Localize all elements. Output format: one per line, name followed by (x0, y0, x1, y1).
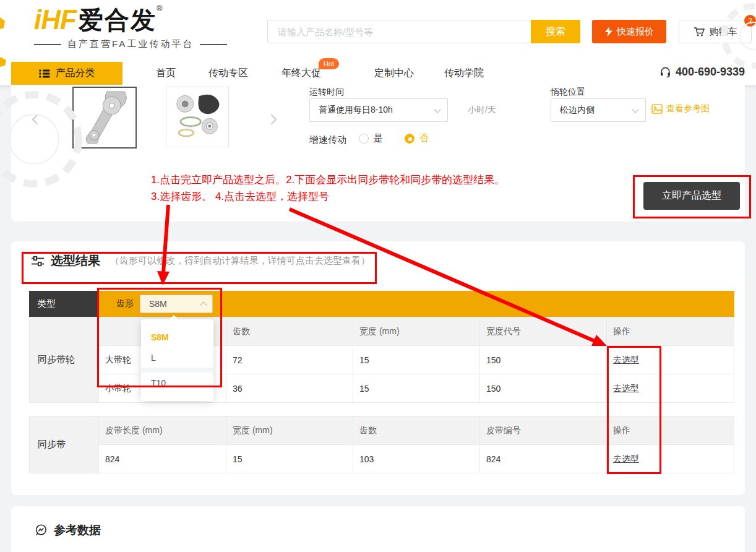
page: iHF 爱合发 ® 自产直营FA工业传动平台 搜索 快速报价 (0, 0, 756, 552)
header: iHF 爱合发 ® 自产直营FA工业传动平台 搜索 快速报价 (0, 0, 756, 62)
start-selection-button[interactable]: 立即产品选型 (643, 182, 740, 210)
nav-item-home[interactable]: 首页 (156, 67, 176, 80)
reference-card: 参考数据 (11, 506, 745, 552)
tooth-profile-select[interactable]: S8M (140, 295, 213, 313)
hot-badge: Hot (319, 58, 339, 69)
nav-item-custom-center[interactable]: 定制中心 (374, 67, 414, 80)
search-input[interactable] (267, 20, 531, 43)
pulley-width-code: 150 (479, 346, 606, 374)
reference-title-row: 参考数据 (34, 522, 101, 538)
speedup-radio-yes[interactable]: 是 (359, 132, 383, 144)
service-phone[interactable]: 400-690-9339 (659, 66, 745, 79)
tagline-text: 自产直营FA工业传动平台 (67, 38, 194, 50)
quick-quote-label: 快速报价 (617, 26, 654, 38)
results-title: 选型结果 (51, 252, 100, 269)
registered-mark: ® (157, 4, 163, 13)
logo[interactable]: iHF 爱合发 ® 自产直营FA工业传动平台 (34, 5, 227, 50)
tooth-label: 齿形 (116, 298, 134, 309)
belt-table: 同步带 皮带长度 (mm) 宽度 (mm) 齿数 皮带编号 操作 824 15 … (29, 416, 734, 473)
logo-name: 爱合发 (79, 5, 157, 35)
sliders-icon (31, 255, 45, 267)
main-nav: 产品分类 首页 传动专区 年终大促 Hot 定制中心 传动学院 400-690-… (0, 62, 756, 85)
speedup-radio-no[interactable]: 否 (405, 132, 429, 144)
header-teeth: 齿数 (353, 416, 479, 444)
annotation-step-3-4: 3.选择齿形。 4.点击去选型，选择型号 (151, 189, 329, 204)
header-teeth: 齿数 (226, 317, 353, 345)
speedup-label: 增速传动 (309, 134, 346, 146)
dropdown-option-t10[interactable]: T10 (141, 373, 213, 393)
go-select-link[interactable]: 去选型 (613, 355, 639, 366)
radio-no-label: 否 (419, 132, 429, 144)
product-thumbnail[interactable] (166, 87, 229, 147)
tooth-profile-bar: 齿形 S8M (99, 291, 734, 317)
headset-icon (659, 66, 671, 78)
carousel-next-button[interactable] (264, 110, 279, 129)
go-select-link[interactable]: 去选型 (613, 454, 639, 465)
radio-unchecked-icon (359, 134, 369, 144)
dropdown-option-l[interactable]: L (141, 347, 213, 368)
type-header: 类型 (29, 291, 99, 317)
search-box: 搜索 (267, 20, 580, 43)
results-header-band: 类型 齿形 S8M (29, 291, 734, 317)
pulley-width: 15 (353, 374, 479, 402)
belt-group-label: 同步带 (30, 416, 99, 473)
product-thumbnail-selected[interactable] (72, 87, 137, 149)
header-length: 皮带长度 (mm) (99, 416, 226, 444)
header-width: 宽度 (mm) (353, 317, 479, 345)
tagline-dash-left (34, 44, 61, 45)
cart-badge: 2 (744, 15, 756, 27)
selector-card: 运转时间 普通使用每日8-10h 小时/天 惰轮位置 松边内侧 查看参考图 增速… (11, 85, 745, 222)
tagline-dash-right (200, 44, 227, 45)
chevron-down-icon (434, 106, 440, 113)
belt-header-row: 皮带长度 (mm) 宽度 (mm) 齿数 皮带编号 操作 (99, 416, 734, 444)
cart-button[interactable]: 购物车 2 (679, 20, 752, 43)
nav-item-academy[interactable]: 传动学院 (444, 67, 484, 80)
quick-quote-button[interactable]: 快速报价 (592, 20, 666, 43)
reference-title: 参考数据 (54, 522, 101, 538)
belt-no: 824 (479, 445, 606, 473)
chevron-up-icon (200, 301, 207, 308)
chevron-right-icon (267, 114, 277, 125)
nav-item-year-end-sale[interactable]: 年终大促 (281, 67, 321, 80)
table-row: 824 15 103 824 去选型 (99, 444, 734, 473)
image-icon (651, 104, 663, 114)
runtime-select[interactable]: 普通使用每日8-10h (309, 98, 448, 122)
dropdown-option-s8m[interactable]: S8M (141, 327, 213, 347)
radio-yes-label: 是 (374, 132, 383, 144)
catalog-label: 产品分类 (56, 67, 95, 80)
logo-brand: iHF (34, 5, 76, 35)
tooth-profile-dropdown: S8M L T10 (141, 319, 213, 401)
results-title-row: 选型结果 （齿形可以修改，得到自动计算结果，详情可点击去选型查看） (31, 252, 370, 269)
results-note: （齿形可以修改，得到自动计算结果，详情可点击去选型查看） (110, 255, 370, 267)
belt-drive-image (77, 91, 132, 144)
idler-value: 松边内侧 (560, 105, 595, 116)
trend-chart-icon (34, 524, 48, 537)
cart-icon (694, 27, 705, 37)
search-button[interactable]: 搜索 (531, 20, 580, 43)
carousel-prev-button[interactable] (30, 110, 45, 129)
cart-label: 购物车 (710, 26, 737, 38)
belt-width: 15 (226, 445, 353, 473)
idler-select[interactable]: 松边内侧 (551, 98, 646, 122)
header-width-code: 宽度代号 (479, 317, 606, 345)
list-icon (39, 69, 50, 78)
annotation-step-1-2: 1.点击完立即产品选型之后。2.下面会显示出同步带轮和同步带的选型结果。 (151, 173, 505, 187)
pulley-width: 15 (353, 346, 479, 374)
nav-catalog-button[interactable]: 产品分类 (11, 62, 122, 85)
logo-tagline: 自产直营FA工业传动平台 (34, 38, 227, 50)
go-select-link[interactable]: 去选型 (613, 383, 639, 394)
runtime-value: 普通使用每日8-10h (319, 105, 393, 116)
lightning-icon (604, 27, 613, 37)
chevron-down-icon (632, 106, 638, 113)
results-card: 选型结果 （齿形可以修改，得到自动计算结果，详情可点击去选型查看） 类型 齿形 … (11, 241, 745, 495)
view-reference-link[interactable]: 查看参考图 (651, 103, 710, 114)
pulley-table: 同步带轮 齿数 宽度 (mm) 宽度代号 操作 大带轮 72 15 150 去选… (29, 317, 734, 403)
pulley-teeth: 36 (226, 374, 353, 402)
idler-label: 惰轮位置 (551, 87, 585, 98)
header-width: 宽度 (mm) (226, 416, 353, 444)
belt-teeth: 103 (353, 445, 479, 473)
pulley-width-code: 150 (479, 374, 606, 402)
nav-item-transmission-zone[interactable]: 传动专区 (208, 67, 248, 80)
runtime-label: 运转时间 (309, 87, 344, 98)
header-action: 操作 (606, 416, 734, 444)
